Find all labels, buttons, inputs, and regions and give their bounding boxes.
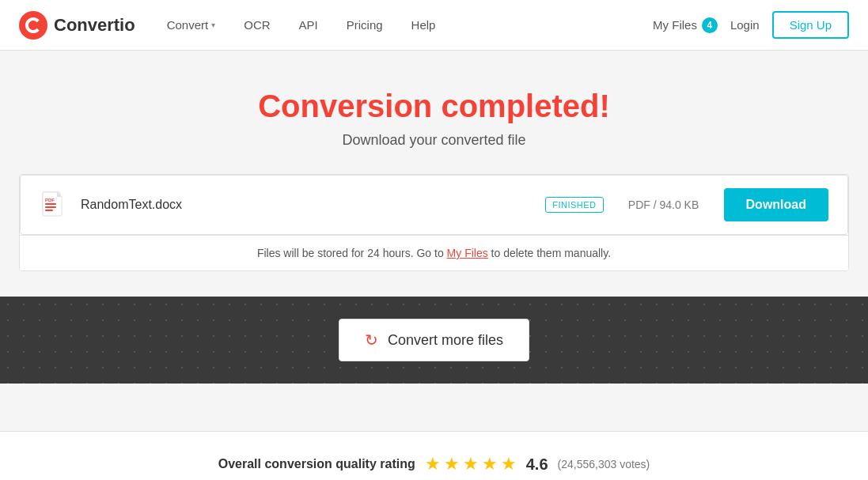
signup-button[interactable]: Sign Up (772, 11, 849, 39)
star-3[interactable]: ★ (463, 454, 479, 474)
nav-ocr[interactable]: OCR (231, 12, 282, 38)
svg-rect-3 (45, 203, 56, 205)
nav-api[interactable]: API (286, 12, 331, 38)
spacer (0, 384, 868, 431)
my-files-notice-link[interactable]: My Files (447, 247, 488, 259)
notice-text-after: to delete them manually. (488, 247, 611, 259)
completion-title: Conversion completed! (19, 89, 849, 124)
nav-help[interactable]: Help (399, 12, 449, 38)
notice-bar: Files will be stored for 24 hours. Go to… (20, 235, 848, 270)
login-link[interactable]: Login (730, 18, 760, 32)
convert-more-button[interactable]: ↻ Convert more files (339, 319, 529, 361)
navbar: Convertio Convert ▾ OCR API Pricing Help… (0, 0, 868, 51)
rating-votes: (24,556,303 votes) (558, 458, 650, 471)
star-5[interactable]: ★ (501, 454, 517, 474)
star-2[interactable]: ★ (444, 454, 460, 474)
completion-subtitle: Download your converted file (19, 132, 849, 149)
svg-point-0 (19, 11, 47, 40)
file-name: RandomText.docx (81, 198, 533, 212)
nav-pricing[interactable]: Pricing (334, 12, 396, 38)
status-badge: FINISHED (545, 197, 603, 213)
pdf-file-icon: PDF (40, 191, 68, 219)
navbar-right: My Files 4 Login Sign Up (653, 11, 849, 39)
logo[interactable]: Convertio (19, 11, 135, 40)
star-4[interactable]: ★ (482, 454, 498, 474)
main-section: Conversion completed! Download your conv… (0, 51, 868, 297)
file-area-wrapper: PDF RandomText.docx FINISHED PDF / 94.0 … (19, 174, 849, 271)
chevron-down-icon: ▾ (211, 21, 215, 29)
my-files-link[interactable]: My Files 4 (653, 17, 718, 33)
download-button[interactable]: Download (724, 188, 828, 221)
notice-text-before: Files will be stored for 24 hours. Go to (257, 247, 447, 259)
file-row: PDF RandomText.docx FINISHED PDF / 94.0 … (20, 175, 848, 235)
my-files-badge: 4 (702, 17, 718, 33)
svg-text:PDF: PDF (45, 198, 55, 202)
rating-score: 4.6 (526, 455, 548, 474)
star-1[interactable]: ★ (425, 454, 441, 474)
rating-section: Overall conversion quality rating ★ ★ ★ … (0, 431, 868, 480)
logo-text: Convertio (54, 15, 135, 36)
file-size: PDF / 94.0 KB (616, 198, 711, 211)
convert-more-section: ↻ Convert more files (0, 297, 868, 384)
rating-row: Overall conversion quality rating ★ ★ ★ … (19, 454, 849, 474)
logo-icon (19, 11, 47, 40)
nav-convert[interactable]: Convert ▾ (154, 12, 229, 38)
rating-label: Overall conversion quality rating (218, 457, 415, 471)
stars: ★ ★ ★ ★ ★ (425, 454, 517, 474)
navbar-links: Convert ▾ OCR API Pricing Help (154, 12, 653, 38)
refresh-icon: ↻ (365, 331, 378, 350)
svg-rect-5 (45, 210, 53, 211)
svg-rect-4 (45, 206, 56, 208)
